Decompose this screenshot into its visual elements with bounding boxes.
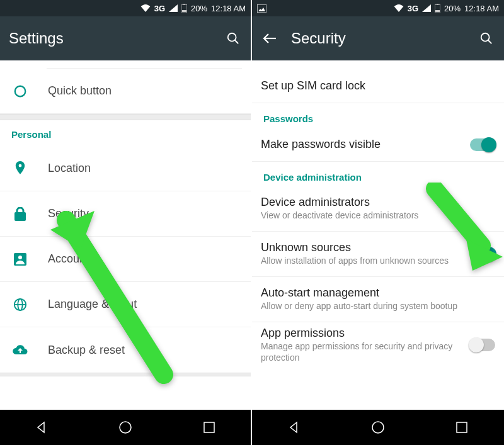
battery-percent: 20%	[444, 4, 461, 13]
svg-rect-1	[183, 4, 185, 5]
location-icon	[9, 161, 32, 176]
svg-rect-16	[437, 4, 438, 5]
app-bar: Settings	[0, 16, 251, 60]
svg-line-20	[488, 40, 492, 44]
nav-bar	[252, 410, 504, 445]
globe-icon	[9, 298, 32, 312]
unknown-sources-sub: Allow installation of apps from unknown …	[261, 256, 470, 267]
setup-sim-label: Set up SIM card lock	[261, 79, 495, 93]
unknown-sources-toggle[interactable]	[470, 248, 495, 261]
accounts-row[interactable]: Accounts	[0, 237, 251, 282]
personal-header: Personal	[0, 120, 251, 146]
nav-bar	[0, 410, 251, 445]
svg-rect-14	[257, 4, 266, 13]
section-divider	[0, 114, 251, 120]
svg-point-19	[481, 33, 490, 42]
device-admin-header: Device administration	[252, 162, 504, 186]
cloud-upload-icon	[9, 344, 32, 356]
unknown-sources-row[interactable]: Unknown sources Allow installation of ap…	[252, 232, 504, 277]
home-navbutton[interactable]	[359, 415, 397, 440]
quick-button-row[interactable]: Quick button	[0, 69, 251, 114]
location-label: Location	[48, 162, 242, 175]
location-row[interactable]: Location	[0, 146, 251, 191]
svg-point-21	[372, 422, 384, 433]
security-row[interactable]: Security	[0, 191, 251, 237]
backup-label: Backup & reset	[48, 344, 242, 357]
left-screen: 3G 20% 12:18 AM Settings	[0, 0, 252, 445]
device-admins-sub: View or deactivate device administrators	[261, 210, 495, 222]
signal-icon	[422, 4, 431, 12]
language-label: Language & input	[48, 298, 242, 311]
clock: 12:18 AM	[464, 4, 499, 13]
make-passwords-visible-label: Make passwords visible	[261, 138, 470, 151]
svg-rect-22	[457, 422, 467, 432]
autostart-sub: Allow or deny app auto-start during syst…	[261, 301, 495, 312]
wifi-icon	[394, 4, 404, 12]
search-button[interactable]	[478, 30, 495, 47]
settings-list: Quick button Personal Location Security	[0, 60, 251, 410]
back-navbutton[interactable]	[275, 415, 313, 440]
svg-point-8	[18, 256, 22, 259]
clock: 12:18 AM	[211, 4, 246, 13]
quick-button-label: Quick button	[48, 84, 242, 98]
passwords-visible-toggle[interactable]	[470, 138, 495, 151]
svg-point-12	[120, 422, 131, 433]
status-bar: 3G 20% 12:18 AM	[0, 0, 251, 16]
security-list: SIM card lock Set up SIM card lock Passw…	[252, 60, 504, 410]
status-bar: 3G 20% 12:18 AM	[252, 0, 504, 16]
security-label: Security	[48, 207, 242, 220]
svg-rect-6	[14, 212, 26, 221]
svg-point-5	[15, 86, 26, 96]
svg-rect-13	[204, 422, 214, 432]
lock-icon	[9, 207, 32, 221]
app-perms-title: App permissions	[261, 327, 470, 340]
app-bar: Security	[252, 16, 504, 60]
home-navbutton[interactable]	[106, 415, 144, 440]
unknown-sources-title: Unknown sources	[261, 241, 470, 254]
autostart-row[interactable]: Auto-start management Allow or deny app …	[252, 277, 504, 322]
device-admins-row[interactable]: Device administrators View or deactivate…	[252, 186, 504, 232]
network-label: 3G	[154, 4, 165, 13]
section-divider-bottom	[0, 373, 251, 376]
wifi-icon	[140, 4, 151, 12]
image-icon	[257, 4, 266, 13]
device-admins-title: Device administrators	[261, 196, 495, 209]
accounts-label: Accounts	[48, 252, 242, 266]
svg-rect-2	[182, 10, 186, 12]
recents-navbutton[interactable]	[190, 415, 228, 440]
search-button[interactable]	[224, 30, 242, 47]
language-row[interactable]: Language & input	[0, 282, 251, 327]
make-passwords-visible-row[interactable]: Make passwords visible	[252, 128, 504, 162]
page-title: Settings	[9, 30, 64, 47]
autostart-title: Auto-start management	[261, 286, 495, 300]
account-icon	[9, 253, 32, 266]
battery-icon	[435, 4, 440, 13]
app-perms-toggle[interactable]	[470, 339, 495, 351]
passwords-header: Passwords	[252, 103, 504, 128]
setup-sim-row[interactable]: Set up SIM card lock	[252, 69, 504, 103]
quick-button-icon	[9, 84, 32, 98]
back-navbutton[interactable]	[23, 415, 60, 440]
signal-icon	[169, 4, 178, 12]
sim-card-lock-header: SIM card lock	[252, 60, 504, 69]
svg-rect-17	[435, 10, 440, 12]
battery-icon	[181, 4, 187, 13]
svg-point-3	[228, 33, 236, 42]
recents-navbutton[interactable]	[443, 415, 481, 440]
battery-percent: 20%	[191, 4, 207, 13]
page-title: Security	[291, 30, 346, 47]
right-screen: 3G 20% 12:18 AM Security SIM card lock	[252, 0, 504, 445]
backup-row[interactable]: Backup & reset	[0, 327, 251, 373]
app-perms-row[interactable]: App permissions Manage app permissions f…	[252, 322, 504, 368]
app-perms-sub: Manage app permissions for security and …	[261, 341, 470, 363]
back-button[interactable]	[261, 30, 278, 47]
svg-line-4	[235, 40, 239, 44]
network-label: 3G	[408, 4, 418, 13]
